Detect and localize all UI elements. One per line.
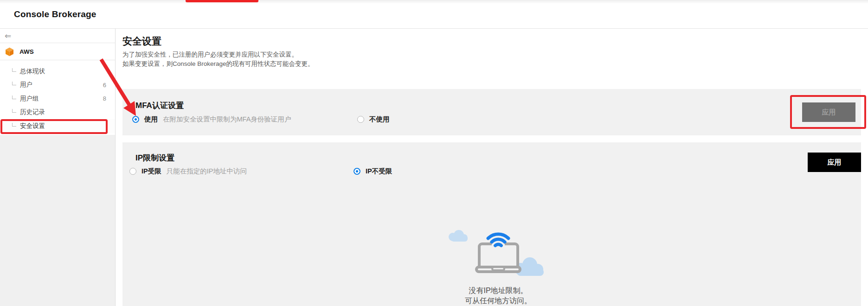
- aws-cube-icon: [5, 47, 14, 57]
- mfa-option-not-use[interactable]: 不使用: [357, 115, 390, 124]
- ip-option-unrestricted-label[interactable]: IP不受限: [366, 167, 392, 176]
- mfa-apply-button[interactable]: 应用: [802, 102, 855, 122]
- sidebar-item-security-settings[interactable]: 安全设置: [0, 119, 115, 133]
- page-title: 安全设置: [122, 35, 161, 48]
- sidebar-item-label: 历史记录: [20, 108, 45, 116]
- radio-selected-icon[interactable]: [132, 116, 139, 123]
- radio-unselected-icon[interactable]: [357, 116, 364, 123]
- cloud-icon: [449, 230, 468, 242]
- empty-state-line-2: 可从任何地方访问。: [465, 297, 532, 305]
- sidebar-item-label: 总体现状: [20, 67, 45, 76]
- mfa-option-use-hint: 在附加安全设置中限制为MFA身份验证用户: [163, 115, 291, 124]
- collapse-sidebar-icon[interactable]: ⇐: [5, 32, 11, 40]
- sidebar-item-users[interactable]: 用户 6: [0, 78, 115, 92]
- sidebar-item-count: 6: [103, 82, 106, 89]
- main-content: 安全设置 为了加强安全性，已注册的用户必须变更并应用以下安全设置。 如果变更设置…: [116, 29, 868, 306]
- radio-selected-icon[interactable]: [354, 168, 360, 175]
- sidebar-brand-row[interactable]: AWS: [0, 43, 115, 60]
- ip-option-unrestricted[interactable]: IP不受限: [354, 166, 392, 176]
- description-line-1: 为了加强安全性，已注册的用户必须变更并应用以下安全设置。: [122, 51, 298, 58]
- top-progress-bar: [186, 0, 258, 2]
- tree-branch-icon: [12, 68, 16, 72]
- sidebar-item-user-groups[interactable]: 用户组 8: [0, 92, 115, 106]
- tree-branch-icon: [12, 109, 16, 113]
- mfa-option-use-label[interactable]: 使用: [144, 115, 158, 124]
- ip-option-restricted-label[interactable]: IP受限: [141, 167, 161, 176]
- sidebar-item-label: 用户: [20, 81, 32, 89]
- mfa-option-use[interactable]: 使用 在附加安全设置中限制为MFA身份验证用户: [132, 115, 291, 124]
- mfa-section-title: MFA认证设置: [135, 100, 184, 111]
- ip-section-title: IP限制设置: [135, 153, 174, 163]
- laptop-icon: [476, 244, 520, 272]
- empty-state-line-1: 没有IP地址限制。: [469, 287, 527, 294]
- sidebar-nav: 总体现状 用户 6 用户组 8 历史记录 安全设置: [0, 60, 115, 133]
- sidebar-item-label: 安全设置: [20, 122, 45, 130]
- sidebar-item-history[interactable]: 历史记录: [0, 106, 115, 120]
- radio-unselected-icon[interactable]: [129, 168, 136, 175]
- description-line-2: 如果变更设置，则Console Brokerage的现有可用性状态可能会变更。: [122, 60, 314, 67]
- app-title: Console Brokerage: [14, 9, 96, 19]
- sidebar-item-label: 用户组: [20, 95, 39, 103]
- mfa-settings-panel: MFA认证设置 使用 在附加安全设置中限制为MFA身份验证用户 不使用 应用: [122, 89, 861, 135]
- sidebar-item-count: 8: [103, 95, 106, 102]
- ip-option-restricted[interactable]: IP受限 只能在指定的IP地址中访问: [129, 166, 247, 176]
- empty-state-text: 没有IP地址限制。 可从任何地方访问。: [433, 286, 563, 306]
- page-description: 为了加强安全性，已注册的用户必须变更并应用以下安全设置。 如果变更设置，则Con…: [122, 50, 314, 69]
- ip-apply-button[interactable]: 应用: [808, 153, 861, 172]
- tree-branch-icon: [12, 96, 16, 99]
- laptop-wifi-illustration: [438, 230, 559, 285]
- ip-empty-state: 没有IP地址限制。 可从任何地方访问。: [433, 230, 563, 306]
- app-header: Console Brokerage: [0, 0, 868, 29]
- ip-settings-panel: IP限制设置 IP受限 只能在指定的IP地址中访问 IP不受限 应用: [122, 142, 861, 306]
- tree-branch-icon: [12, 123, 16, 127]
- sidebar-collapse-row: ⇐: [0, 29, 115, 43]
- ip-option-restricted-hint: 只能在指定的IP地址中访问: [167, 167, 247, 176]
- sidebar: ⇐ AWS 总体现状 用户 6 用户组 8 历史记录: [0, 29, 116, 306]
- sidebar-brand-label: AWS: [19, 48, 34, 55]
- tree-branch-icon: [12, 82, 16, 85]
- mfa-option-not-use-label[interactable]: 不使用: [369, 115, 390, 124]
- sidebar-item-overall-status[interactable]: 总体现状: [0, 64, 115, 78]
